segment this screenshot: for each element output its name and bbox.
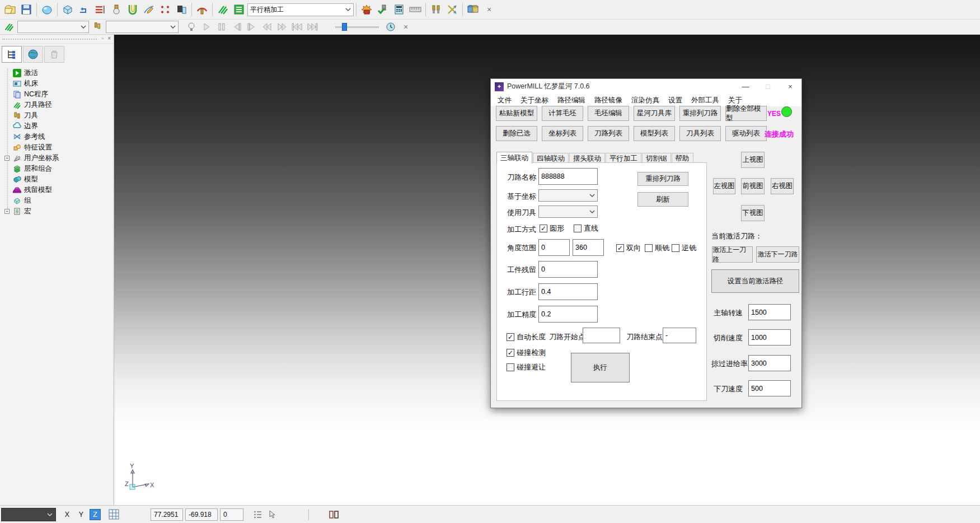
rewind-icon[interactable]	[260, 21, 274, 33]
close-toolbar-icon[interactable]: ×	[399, 21, 412, 33]
stock-input[interactable]	[538, 261, 598, 278]
set-active-path-button[interactable]: 设置当前激活路径	[711, 269, 799, 293]
toolbox-icon[interactable]	[359, 2, 374, 17]
tree-item-models[interactable]: 模型	[3, 174, 114, 185]
delete-selected-button[interactable]: 删除已选	[496, 126, 537, 141]
go-start-icon[interactable]	[290, 21, 304, 33]
float-panel-icon[interactable]: ▫	[101, 35, 104, 41]
tool-ok-icon[interactable]	[375, 2, 391, 17]
spindle-speed-input[interactable]	[748, 304, 791, 320]
toolpath-strategy-icon[interactable]	[76, 2, 92, 17]
tool-list-button[interactable]: 刀具列表	[679, 126, 721, 141]
cursor-x-field[interactable]: 77.2951	[151, 508, 183, 521]
toolpath-spring-icon[interactable]	[215, 2, 231, 17]
collision-avoid-checkbox[interactable]: 碰撞避让	[507, 362, 546, 372]
pointer-icon[interactable]	[268, 510, 277, 519]
tree-item-boundaries[interactable]: 边界	[3, 121, 114, 132]
ruler-icon[interactable]	[407, 2, 423, 17]
tree-item-macros[interactable]: + 宏	[3, 206, 114, 217]
tree-item-feature-sets[interactable]: 特征设置	[3, 142, 114, 153]
trash-tab[interactable]	[44, 46, 64, 63]
menu-settings[interactable]: 设置	[664, 96, 687, 105]
expand-icon[interactable]: +	[4, 156, 10, 161]
expand-icon[interactable]: +	[4, 209, 10, 214]
calc-stock-button[interactable]: 计算毛坯	[542, 106, 583, 121]
tree-item-tools[interactable]: 刀具	[3, 110, 114, 121]
toolpath-list-button[interactable]: 刀路列表	[588, 126, 629, 141]
paste-model-button[interactable]: 粘贴新模型	[496, 106, 537, 121]
curve-pencil-icon[interactable]	[141, 2, 157, 17]
pause-icon[interactable]	[215, 21, 228, 33]
cross-arrows-icon[interactable]	[444, 2, 460, 17]
conventional-checkbox[interactable]: 逆铣	[672, 243, 696, 253]
tree-item-activate[interactable]: 激活	[3, 68, 114, 78]
close-toolbar-icon[interactable]: ×	[481, 2, 497, 17]
open-project-icon[interactable]	[2, 2, 18, 17]
tool-holder-icon[interactable]	[174, 2, 189, 17]
menu-external-tools[interactable]: 外部工具	[687, 96, 724, 105]
line-checkbox[interactable]: 直线	[574, 223, 598, 234]
menu-coords[interactable]: 关于坐标	[516, 96, 553, 105]
start-point-input[interactable]	[583, 328, 620, 343]
cursor-y-field[interactable]: -69.918	[185, 508, 218, 521]
tool-library-button[interactable]: 星河刀具库	[634, 106, 675, 121]
stepover-input[interactable]	[538, 283, 598, 300]
auto-length-checkbox[interactable]: ✓ 自动长度	[507, 332, 546, 342]
toolpath-spring-icon[interactable]	[2, 21, 16, 33]
coord-dropdown[interactable]	[538, 189, 598, 202]
tool-dropdown[interactable]	[538, 206, 598, 218]
stock-edit-button[interactable]: 毛坯编辑	[588, 106, 629, 121]
cursor-z-field[interactable]: 0	[220, 508, 243, 521]
tool-ball-icon[interactable]	[109, 2, 124, 17]
toolpath-select-dropdown[interactable]	[17, 21, 89, 33]
tree-item-toolpaths[interactable]: 刀具路径	[3, 100, 114, 110]
bidirectional-checkbox[interactable]: ✓ 双向	[616, 243, 641, 253]
angle-from-input[interactable]	[538, 239, 570, 256]
plunge-speed-input[interactable]	[748, 380, 791, 396]
menu-path-mirror[interactable]: 路径镜像	[590, 96, 627, 105]
menu-render-sim[interactable]: 渲染仿真	[627, 96, 664, 105]
tree-item-nc-programs[interactable]: NC程序	[3, 89, 114, 100]
minimize-button[interactable]: —	[734, 79, 757, 94]
teapot-icon[interactable]	[39, 2, 55, 17]
skim-feed-input[interactable]	[748, 355, 791, 371]
strategy-preset-dropdown[interactable]: 平行精加工	[247, 3, 354, 16]
strategy-list-icon[interactable]	[231, 2, 247, 17]
list-options-icon[interactable]	[254, 510, 262, 519]
tree-item-machine[interactable]: 机床	[3, 78, 114, 89]
angle-to-input[interactable]	[573, 239, 604, 256]
calculator-icon[interactable]	[391, 2, 407, 17]
play-icon[interactable]	[200, 21, 213, 33]
view-left-button[interactable]: 左视图	[713, 178, 735, 194]
axis-x-button[interactable]: X	[62, 509, 73, 520]
activate-prev-button[interactable]: 激活上一刀路	[712, 246, 753, 263]
drive-list-button[interactable]: 驱动列表	[725, 126, 767, 141]
collision-check-icon[interactable]	[125, 2, 140, 17]
end-point-input[interactable]	[663, 328, 696, 343]
rearrange-toolpaths-button[interactable]: 重排列刀路	[679, 106, 721, 121]
axis-y-button[interactable]: Y	[76, 509, 87, 520]
execute-button[interactable]: 执行	[571, 353, 630, 382]
tab-3axis[interactable]: 三轴联动	[496, 152, 532, 164]
save-project-icon[interactable]	[18, 2, 34, 17]
step-back-icon[interactable]	[230, 21, 243, 33]
dialog-titlebar[interactable]: ✦ PowerMILL 忆梦星河 7.0.6 — □ ×	[491, 79, 801, 94]
view-front-button[interactable]: 前视图	[741, 178, 765, 194]
explorer-tree-tab[interactable]	[2, 46, 22, 63]
view-bottom-button[interactable]: 下视图	[741, 205, 765, 221]
tool-pair-icon[interactable]	[428, 2, 444, 17]
close-button[interactable]: ×	[779, 79, 801, 94]
z-level-icon[interactable]	[92, 2, 108, 17]
tool-icon[interactable]	[91, 21, 104, 33]
tolerance-input[interactable]	[538, 306, 598, 323]
tree-item-levels[interactable]: 层和组合	[3, 164, 114, 174]
lightbulb-icon[interactable]	[185, 21, 198, 33]
go-end-icon[interactable]	[306, 21, 319, 33]
window-split-icon[interactable]	[329, 510, 339, 519]
axis-z-button[interactable]: Z	[90, 509, 101, 520]
delete-all-models-button[interactable]: 删除全部模型	[725, 106, 767, 121]
toolpath-name-input[interactable]	[538, 168, 598, 185]
tool-select-dropdown[interactable]	[106, 21, 179, 33]
grid-icon[interactable]	[109, 509, 119, 520]
cylinders-icon[interactable]	[465, 2, 481, 17]
